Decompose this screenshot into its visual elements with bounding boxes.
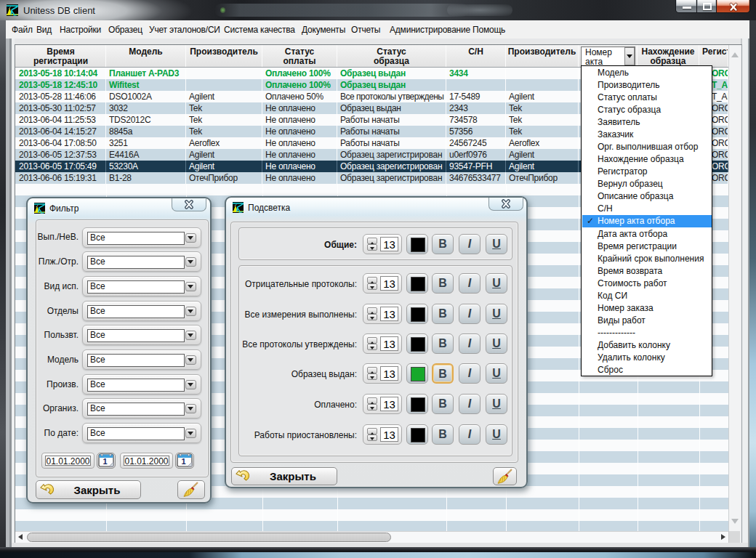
svg-text:1: 1	[182, 457, 186, 466]
svg-text:1: 1	[103, 457, 108, 466]
